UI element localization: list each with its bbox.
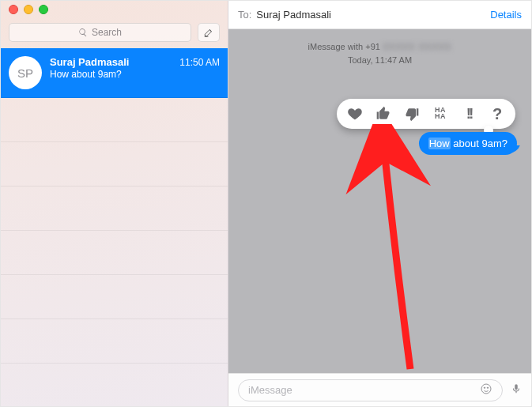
list-item: [1, 275, 228, 319]
search-input[interactable]: Search: [9, 23, 191, 42]
conversation-body: Suraj Padmasali 11:50 AM How about 9am?: [50, 56, 220, 89]
thread-meta-line2: Today, 11:47 AM: [348, 55, 412, 65]
thumbs-down-icon: [404, 106, 420, 122]
emoji-button[interactable]: [480, 383, 492, 398]
to-name: Suraj Padmasali: [256, 9, 331, 21]
window-controls: [1, 1, 228, 18]
message-bubble-outgoing[interactable]: How about 9am?: [419, 132, 517, 155]
conversation-preview: How about 9am?: [50, 69, 220, 80]
input-bar: iMessage: [228, 373, 531, 406]
message-text-highlight: How: [428, 138, 451, 149]
tapback-question-button[interactable]: ?: [489, 105, 506, 122]
thread-header: iMessage with +91 XXXXX XXXXX Today, 11:…: [228, 29, 531, 66]
avatar: SP: [9, 56, 42, 89]
compose-icon: [203, 27, 214, 38]
compose-button[interactable]: [198, 23, 220, 42]
conversation-item[interactable]: SP Suraj Padmasali 11:50 AM How about 9a…: [1, 48, 228, 98]
to-label: To:: [238, 9, 251, 21]
svg-point-0: [481, 384, 491, 394]
message-input[interactable]: iMessage: [238, 379, 503, 401]
mic-button[interactable]: [511, 382, 522, 399]
message-input-placeholder: iMessage: [248, 384, 292, 396]
close-window-button[interactable]: [9, 5, 18, 14]
svg-point-2: [487, 387, 488, 388]
search-icon: [78, 28, 88, 37]
thumbs-up-icon: [375, 106, 391, 122]
list-item: [1, 98, 228, 142]
tapback-exclaim-button[interactable]: !!: [460, 105, 477, 122]
search-row: Search: [1, 18, 228, 48]
smiley-icon: [480, 383, 492, 395]
list-item: [1, 231, 228, 275]
redacted-number: XXXXX XXXXX: [383, 42, 451, 51]
tapback-popup: HA HA !! ?: [337, 99, 515, 129]
sidebar: Search SP Suraj Padmasali 11:50 AM How a…: [1, 1, 228, 406]
list-item: [1, 187, 228, 231]
minimize-window-button[interactable]: [24, 5, 33, 14]
list-item: [1, 142, 228, 187]
conversation-time: 11:50 AM: [179, 57, 220, 68]
to-bar: To: Suraj Padmasali Details: [228, 1, 531, 29]
tapback-thumbs-up-button[interactable]: [375, 105, 392, 122]
conversation-name: Suraj Padmasali: [50, 56, 129, 68]
annotation-arrow: [308, 124, 513, 373]
svg-point-1: [484, 387, 485, 388]
tapback-heart-button[interactable]: [346, 105, 364, 122]
message-thread: iMessage with +91 XXXXX XXXXX Today, 11:…: [228, 29, 531, 373]
tapback-haha-button[interactable]: HA HA: [432, 105, 449, 122]
thread-meta-line1: iMessage with +91: [308, 42, 383, 51]
search-placeholder: Search: [92, 27, 122, 38]
messages-window: Search SP Suraj Padmasali 11:50 AM How a…: [0, 0, 532, 407]
zoom-window-button[interactable]: [39, 5, 48, 14]
heart-icon: [347, 106, 363, 122]
mic-icon: [511, 382, 522, 396]
message-text: about 9am?: [451, 138, 507, 149]
details-button[interactable]: Details: [490, 9, 522, 21]
conversation-pane: To: Suraj Padmasali Details iMessage wit…: [228, 1, 531, 406]
list-item: [1, 319, 228, 364]
tapback-thumbs-down-button[interactable]: [403, 105, 421, 122]
conversation-list: SP Suraj Padmasali 11:50 AM How about 9a…: [1, 48, 228, 406]
